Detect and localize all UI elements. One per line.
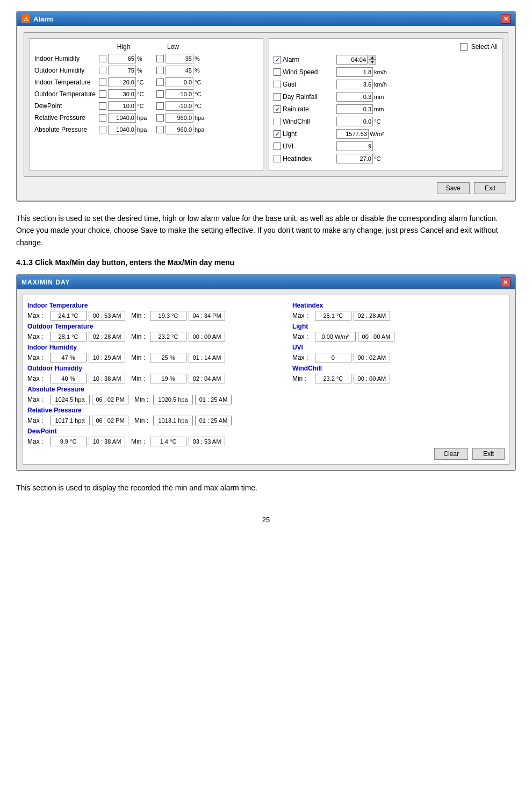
mm-rel-pressure-max-time[interactable] <box>92 416 128 425</box>
low-val-outdoor-humidity[interactable] <box>166 66 193 75</box>
check-dayrainfall[interactable] <box>274 93 281 101</box>
mm-rel-pressure-min-time[interactable] <box>195 416 232 425</box>
low-val-rel-pressure[interactable] <box>166 113 193 123</box>
high-check-indoor-temp[interactable] <box>99 79 106 86</box>
mm-heatindex-max-val[interactable] <box>315 311 351 320</box>
mm-rel-pressure-max-val[interactable] <box>50 416 90 425</box>
mm-outdoor-hum-min-label: Min : <box>128 375 148 382</box>
check-alarm[interactable] <box>274 56 281 63</box>
low-val-outdoor-temp[interactable] <box>166 89 193 99</box>
high-check-abs-pressure[interactable] <box>99 126 106 133</box>
maxmin-clear-button[interactable]: Clear <box>434 448 468 460</box>
rainrate-val[interactable] <box>336 104 373 114</box>
high-check-rel-pressure[interactable] <box>99 114 106 122</box>
alarm-row-label: Alarm <box>283 56 336 63</box>
mm-outdoor-temp-min-time[interactable] <box>189 332 225 341</box>
low-val-indoor-temp[interactable] <box>166 77 193 87</box>
maxmin-close-button[interactable]: ✕ <box>501 277 511 287</box>
low-val-indoor-humidity[interactable] <box>166 54 193 63</box>
check-uvi[interactable] <box>274 143 281 150</box>
check-light[interactable] <box>274 130 281 138</box>
mm-outdoor-hum-max-time[interactable] <box>89 374 125 383</box>
mm-indoor-hum-min-val[interactable] <box>150 353 186 362</box>
mm-outdoor-hum-max-val[interactable] <box>50 374 87 383</box>
high-val-indoor-humidity[interactable] <box>108 54 136 63</box>
low-val-abs-pressure[interactable] <box>166 125 193 134</box>
mm-uvi-max-val[interactable] <box>315 353 351 362</box>
alarm-spinner-up[interactable]: ▲ <box>369 55 376 60</box>
mm-outdoor-temp-max-val[interactable] <box>50 332 87 341</box>
high-val-rel-pressure[interactable] <box>108 113 136 123</box>
select-all-checkbox[interactable] <box>460 43 468 51</box>
uvi-val[interactable] <box>336 141 373 151</box>
check-windchill[interactable] <box>274 118 281 125</box>
mm-outdoor-hum-min-val[interactable] <box>150 374 186 383</box>
high-check-outdoor-humidity[interactable] <box>99 67 106 74</box>
high-val-abs-pressure[interactable] <box>108 125 136 134</box>
low-check-dewpoint[interactable] <box>156 102 164 110</box>
mm-abs-pressure-max-time[interactable] <box>92 395 128 404</box>
rainrate-unit: mm <box>374 106 393 112</box>
mm-abs-pressure-max-val[interactable] <box>50 395 90 404</box>
alarm-close-button[interactable]: ✕ <box>501 14 511 24</box>
low-check-indoor-humidity[interactable] <box>156 55 164 62</box>
windspeed-val[interactable] <box>336 67 373 77</box>
check-windspeed[interactable] <box>274 68 281 76</box>
check-heatindex[interactable] <box>274 155 281 162</box>
windchill-val[interactable] <box>336 117 373 126</box>
mm-outdoor-temp-max-time[interactable] <box>89 332 125 341</box>
dayrainfall-unit: mm <box>374 94 393 100</box>
low-check-outdoor-humidity[interactable] <box>156 67 164 74</box>
mm-abs-pressure-min-val[interactable] <box>153 395 193 404</box>
mm-dewpoint-max-time[interactable] <box>89 437 125 446</box>
mm-heatindex-max-time[interactable] <box>354 311 390 320</box>
mm-indoor-hum-min-time[interactable] <box>189 353 225 362</box>
high-check-outdoor-temp[interactable] <box>99 90 106 98</box>
mm-outdoor-temp-min-val[interactable] <box>150 332 186 341</box>
high-val-indoor-temp[interactable] <box>108 77 136 87</box>
high-val-dewpoint[interactable] <box>108 101 136 111</box>
low-check-outdoor-temp[interactable] <box>156 90 164 98</box>
heatindex-val[interactable] <box>336 154 373 163</box>
high-val-outdoor-humidity[interactable] <box>108 66 136 75</box>
alarm-val[interactable] <box>336 55 368 65</box>
mm-uvi-max-time[interactable] <box>354 353 390 362</box>
mm-dewpoint-max-val[interactable] <box>50 437 87 446</box>
mm-indoor-hum-max-val[interactable] <box>50 353 87 362</box>
high-val-outdoor-temp[interactable] <box>108 89 136 99</box>
mm-indoor-temp-min-val[interactable] <box>150 311 186 320</box>
low-val-dewpoint[interactable] <box>166 101 193 111</box>
alarm-exit-button[interactable]: Exit <box>474 182 506 194</box>
alarm-spinner[interactable]: ▲ ▼ <box>369 55 376 65</box>
gust-val[interactable] <box>336 80 373 89</box>
alarm-spinner-down[interactable]: ▼ <box>369 60 376 65</box>
check-rainrate[interactable] <box>274 105 281 113</box>
mm-indoor-temp-max-time[interactable] <box>89 311 125 320</box>
mm-windchill-min-time[interactable] <box>354 374 390 383</box>
mm-rel-pressure-min-val[interactable] <box>153 416 193 425</box>
high-unit-rel-pressure: hpa <box>137 115 152 121</box>
mm-uvi-max-label: Max : <box>292 354 315 361</box>
low-group-indoor-humidity: % <box>156 54 210 63</box>
mm-indoor-temp-min-time[interactable] <box>189 311 225 320</box>
check-gust[interactable] <box>274 81 281 88</box>
low-check-indoor-temp[interactable] <box>156 79 164 86</box>
mm-dewpoint-min-val[interactable] <box>150 437 186 446</box>
dayrainfall-val[interactable] <box>336 92 373 102</box>
mm-indoor-temp-max-val[interactable] <box>50 311 87 320</box>
mm-abs-pressure-min-time[interactable] <box>195 395 232 404</box>
maxmin-exit-button[interactable]: Exit <box>472 448 505 460</box>
high-check-dewpoint[interactable] <box>99 102 106 110</box>
low-check-abs-pressure[interactable] <box>156 126 164 133</box>
alarm-save-button[interactable]: Save <box>437 182 470 194</box>
alarm-icon: ⚠ <box>21 15 30 23</box>
mm-windchill-min-val[interactable] <box>315 374 351 383</box>
mm-light-max-time[interactable] <box>358 332 394 341</box>
mm-light-max-val[interactable] <box>315 332 356 341</box>
low-check-rel-pressure[interactable] <box>156 114 164 122</box>
mm-outdoor-hum-min-time[interactable] <box>189 374 225 383</box>
mm-indoor-hum-max-time[interactable] <box>89 353 125 362</box>
light-val[interactable] <box>336 129 369 139</box>
high-check-indoor-humidity[interactable] <box>99 55 106 62</box>
mm-dewpoint-min-time[interactable] <box>189 437 225 446</box>
